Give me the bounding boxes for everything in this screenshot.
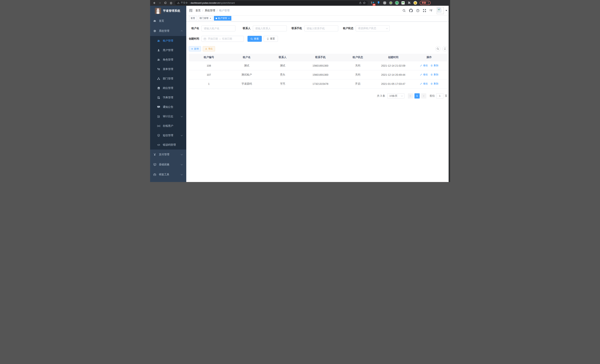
close-icon[interactable]: × xyxy=(228,17,230,19)
close-icon[interactable]: × xyxy=(210,17,211,19)
breadcrumb-separator: / xyxy=(202,9,203,12)
gear-icon xyxy=(153,29,156,32)
tenant-table: 租户编号 租户名 联系人 联系手机 租户状态 创建时间 操作 108测试测试15… xyxy=(189,54,448,88)
row-delete-button[interactable]: 删除 xyxy=(431,73,438,76)
search-button[interactable]: 搜索 xyxy=(247,36,262,42)
tenant-page: 租户名 联系人 联系手机 租户状态 请选择租户状态 xyxy=(186,21,450,182)
page-size-value: 10条/页 xyxy=(389,94,398,98)
chat-icon[interactable] xyxy=(401,1,405,5)
emoji-avatar-icon[interactable] xyxy=(413,1,417,5)
avatar[interactable] xyxy=(437,7,444,14)
chevron-down-icon xyxy=(181,153,183,155)
sidebar-item-home[interactable]: 首页 xyxy=(150,16,186,26)
col-tenant-name: 租户名 xyxy=(229,54,264,61)
date-separator: - xyxy=(220,37,221,40)
bookmark-star-icon[interactable] xyxy=(363,1,366,4)
prev-page-button[interactable] xyxy=(408,93,413,99)
record-icon[interactable] xyxy=(389,1,393,5)
command-icon[interactable] xyxy=(383,1,387,5)
y-circle-icon[interactable]: y xyxy=(395,1,399,5)
export-button[interactable]: 导出 xyxy=(203,46,215,51)
page-number-1[interactable]: 1 xyxy=(414,93,420,99)
tenant-status-select[interactable]: 请选择租户状态 xyxy=(356,25,390,31)
sidebar-item-tenant[interactable]: 租户管理 xyxy=(150,36,186,46)
table-header: 租户编号 租户名 联系人 联系手机 租户状态 创建时间 操作 xyxy=(189,54,448,61)
extension-grid-icon[interactable]: 10 xyxy=(371,1,375,5)
refresh-table-button[interactable] xyxy=(442,46,448,51)
security-label[interactable]: 不安全 xyxy=(181,1,188,4)
sidebar-item-sms[interactable]: 短信管理 xyxy=(150,131,186,140)
tab-部门管理[interactable]: 部门管理× xyxy=(198,16,213,21)
tenant-name-input[interactable] xyxy=(201,25,235,31)
goto-page-input[interactable] xyxy=(436,93,444,99)
search-button-label: 搜索 xyxy=(254,37,259,40)
url-bar[interactable]: 不安全 dashboard.yudao.iocoder.cn/system/te… xyxy=(175,1,368,5)
avatar-caret-icon[interactable] xyxy=(445,10,447,11)
chevron-down-icon xyxy=(181,115,183,117)
cell-mobile: 17321315478 xyxy=(301,79,340,88)
reload-icon[interactable] xyxy=(163,0,168,5)
sidebar-logo[interactable]: 芋道管理系统 xyxy=(150,6,186,16)
sidebar-item-label: 首页 xyxy=(159,19,164,23)
sidebar-item-errcode[interactable]: 错误码管理 xyxy=(150,140,186,149)
chevron-down-icon xyxy=(181,163,183,165)
add-button-label: 新增 xyxy=(194,47,199,50)
row-edit-button[interactable]: 修改 xyxy=(420,82,428,85)
sidebar-item-post[interactable]: 岗位管理 xyxy=(150,83,186,93)
header-search-icon[interactable] xyxy=(401,9,407,12)
puzzle-icon[interactable] xyxy=(407,1,411,5)
url-path: /system/tenant xyxy=(220,2,235,4)
page-size-select[interactable]: 10条/页 xyxy=(387,93,404,99)
sidebar-item-online[interactable]: 在线用户 xyxy=(150,121,186,131)
home-icon[interactable] xyxy=(168,0,174,5)
help-icon[interactable] xyxy=(414,9,421,12)
cell-actions: 修改删除 xyxy=(411,61,447,70)
book-icon xyxy=(157,96,160,99)
github-icon[interactable] xyxy=(407,9,414,12)
update-button[interactable]: 更新 xyxy=(420,1,431,5)
trash-icon xyxy=(431,83,433,85)
sidebar-item-menu[interactable]: 菜单管理 xyxy=(150,64,186,74)
status-label: 租户状态 xyxy=(343,27,356,30)
breadcrumb-home[interactable]: 首页 xyxy=(196,9,201,12)
warning-icon xyxy=(177,2,180,4)
sidebar-item-notice[interactable]: 通知公告 xyxy=(150,102,186,112)
reset-button[interactable]: 重置 xyxy=(264,36,278,42)
hamburger-icon[interactable] xyxy=(189,9,193,12)
forward-icon[interactable] xyxy=(157,0,163,5)
share-icon[interactable] xyxy=(359,1,362,4)
add-button[interactable]: 新增 xyxy=(189,46,201,51)
sidebar-item-tool[interactable]: 研发工具 xyxy=(150,169,186,180)
fontsize-icon[interactable]: TT xyxy=(428,9,434,12)
toggle-search-button[interactable] xyxy=(435,46,441,51)
row-delete-button[interactable]: 删除 xyxy=(431,64,438,67)
next-page-button[interactable] xyxy=(421,93,426,99)
sidebar-item-dict[interactable]: 字典管理 xyxy=(150,93,186,102)
sidebar-item-infra[interactable]: 基础设施 xyxy=(150,159,186,169)
sidebar-item-pay[interactable]: 支付管理 xyxy=(150,149,186,159)
navbar: 首页 / 系统管理 / 租户管理 TT xyxy=(186,6,450,15)
reset-button-label: 重置 xyxy=(270,37,275,40)
row-edit-button[interactable]: 修改 xyxy=(420,64,428,67)
mobile-input[interactable] xyxy=(304,25,338,31)
browser-menu-icon[interactable] xyxy=(428,2,429,4)
row-edit-button[interactable]: 修改 xyxy=(420,73,428,76)
fullscreen-icon[interactable] xyxy=(421,9,428,12)
breadcrumb-system[interactable]: 系统管理 xyxy=(205,9,215,12)
contact-input[interactable] xyxy=(253,25,287,31)
create-time-range-picker[interactable]: 开始日期 - 结束日期 xyxy=(201,36,244,42)
sidebar-item-audit[interactable]: 审计日志 xyxy=(150,112,186,121)
sidebar-item-user[interactable]: 用户管理 xyxy=(150,46,186,55)
tab-首页[interactable]: 首页 xyxy=(189,16,197,21)
back-icon[interactable] xyxy=(151,0,157,5)
sidebar-item-label: 部门管理 xyxy=(163,77,173,80)
balloon-icon[interactable] xyxy=(377,1,381,5)
tab-租户管理[interactable]: 租户管理× xyxy=(214,16,231,21)
briefcase-icon xyxy=(153,173,156,176)
mobile-label: 联系手机 xyxy=(292,27,304,30)
sidebar-item-system[interactable]: 系统管理 xyxy=(150,26,186,36)
row-delete-button[interactable]: 删除 xyxy=(431,82,438,85)
sidebar-item-dept[interactable]: 部门管理 xyxy=(150,74,186,83)
table-row: 108测试测试15601691300关闭2021-12-14 21:02:09修… xyxy=(189,61,448,70)
sidebar-item-role[interactable]: 角色管理 xyxy=(150,55,186,64)
